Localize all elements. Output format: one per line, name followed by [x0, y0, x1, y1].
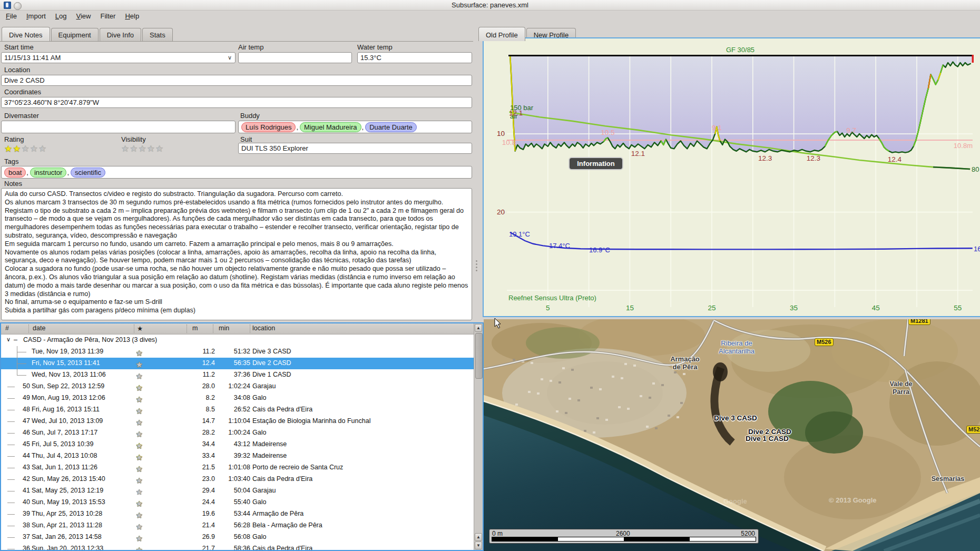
dive-number: 39: [5, 510, 30, 517]
scroll-down-button[interactable]: ▼: [475, 542, 482, 549]
dive-row[interactable]: 47Wed, Jul 10, 2013 13:0914.71:10:04Esta…: [1, 416, 483, 427]
menu-file[interactable]: File: [1, 11, 22, 22]
dive-row[interactable]: 49Mon, Aug 19, 2013 12:068.234:08Galo★★★…: [1, 392, 483, 404]
buddy-field[interactable]: Luís Rodrigues,Miguel Madureira,Duarte D…: [238, 121, 472, 133]
star-filled-icon: ★: [13, 144, 21, 154]
window-titlebar[interactable]: Subsurface: paneves.xml: [0, 0, 980, 11]
svg-text:12.1: 12.1: [631, 150, 645, 158]
menu-log[interactable]: Log: [51, 11, 72, 22]
scroll-up-button[interactable]: ▲: [475, 324, 482, 332]
dive-number: 47: [5, 417, 30, 425]
tag-pill[interactable]: instructor: [30, 168, 66, 178]
dive-row[interactable]: 42Sun, May 26, 2013 15:4023.01:03:40Cais…: [1, 474, 483, 485]
dive-list-header[interactable]: #date★mminlocation: [1, 323, 483, 334]
column-header-★[interactable]: ★: [137, 324, 143, 332]
tab-equipment[interactable]: Equipment: [51, 28, 99, 41]
column-header-date[interactable]: date: [33, 324, 45, 332]
menu-import[interactable]: Import: [22, 11, 51, 22]
buddy-pill[interactable]: Duarte Duarte: [365, 122, 417, 132]
dive-depth: 28.2: [189, 429, 215, 436]
star-empty-icon: ★: [38, 144, 47, 154]
window-menu-icon[interactable]: [14, 2, 22, 10]
location-value: Dive 2 CASD: [4, 76, 45, 84]
suit-field[interactable]: DUI TLS 350 Explorer: [238, 143, 472, 154]
dive-duration: 39:32: [215, 452, 250, 459]
dive-row[interactable]: Fri, Nov 15, 2013 11:4112.456:35Dive 2 C…: [1, 358, 483, 369]
star-empty-icon: ★: [136, 430, 143, 438]
dive-row[interactable]: 46Sun, Jul 7, 2013 17:1728.21:00:24Galo★…: [1, 427, 483, 439]
dive-row[interactable]: 40Sun, May 19, 2013 15:5324.455:40Galo★★…: [1, 497, 483, 508]
column-header-location[interactable]: location: [252, 324, 275, 332]
column-header-num[interactable]: #: [5, 324, 9, 332]
tag-pill[interactable]: scientific: [71, 168, 105, 178]
column-separator: [134, 324, 134, 333]
trip-row[interactable]: ∨–CASD - Armação de Pêra, Nov 2013 (3 di…: [1, 334, 483, 346]
notes-textarea[interactable]: Aula do curso CASD. Transectos c/video e…: [1, 188, 472, 320]
rating-stars[interactable]: ★★★★★: [4, 143, 47, 154]
chevron-down-icon[interactable]: ∨: [228, 54, 232, 61]
dive-number: 50: [5, 382, 30, 390]
dive-row[interactable]: Tue, Nov 19, 2013 11:3911.251:32Dive 3 C…: [1, 346, 483, 358]
tags-label: Tags: [4, 158, 18, 165]
dive-profile-chart[interactable]: GF 30/85102051525354555Reefnet Sensus Ul…: [483, 37, 980, 317]
dive-row[interactable]: Wed, Nov 13, 2013 11:0611.237:36Dive 1 C…: [1, 369, 483, 381]
water-temp-field[interactable]: 15.3°C: [357, 52, 472, 63]
tag-pill[interactable]: boat: [4, 168, 26, 178]
dive-site-map[interactable]: Armaçãode PêraRibeira deAlcantarilhaVale…: [484, 319, 980, 551]
dive-date: Thu, Jul 4, 2013 10:08: [32, 452, 97, 459]
dive-list-scrollbar[interactable]: ▲ ▲ ▼: [474, 323, 483, 550]
divemaster-field[interactable]: [1, 121, 236, 133]
svg-text:80: 80: [972, 165, 979, 173]
dive-row[interactable]: 50Sun, Sep 22, 2013 12:5928.01:02:24Gara…: [1, 381, 483, 392]
dive-row[interactable]: 48Fri, Aug 16, 2013 15:118.526:52Cais da…: [1, 404, 483, 416]
collapse-chevron-icon[interactable]: ∨: [6, 336, 11, 343]
dive-row[interactable]: 36Sun, Jan 20, 2013 12:3321.758:36Cais d…: [1, 543, 483, 551]
dive-row[interactable]: 45Fri, Jul 5, 2013 10:3934.443:12Madeire…: [1, 439, 483, 450]
location-field[interactable]: Dive 2 CASD: [1, 75, 472, 86]
information-tooltip[interactable]: Information: [569, 157, 623, 170]
scale-zero: 0 m: [492, 530, 503, 537]
road-badge: M1281: [908, 319, 930, 325]
dive-row[interactable]: 41Sat, May 25, 2013 12:1929.450:04Garaja…: [1, 485, 483, 497]
window-title: Subsurface: paneves.xml: [452, 1, 528, 9]
dive-row[interactable]: 37Sat, Jan 26, 2013 14:5826.956:08Galo★★…: [1, 532, 483, 543]
dive-row[interactable]: 38Sun, Apr 21, 2013 11:2821.456:28Bela -…: [1, 520, 483, 532]
vertical-splitter-handle[interactable]: [476, 260, 478, 271]
dive-date: Fri, Jul 5, 2013 10:39: [32, 440, 93, 448]
menu-filter[interactable]: Filter: [95, 11, 120, 22]
menu-view[interactable]: View: [72, 11, 96, 22]
air-temp-field[interactable]: [238, 52, 352, 63]
dive-duration: 50:04: [215, 487, 250, 494]
star-empty-icon: ★: [136, 360, 143, 369]
scrollbar-thumb[interactable]: [475, 333, 483, 379]
dive-depth: 8.5: [189, 406, 215, 413]
svg-text:25: 25: [708, 304, 716, 312]
scroll-up-button-bottom[interactable]: ▲: [475, 533, 482, 541]
dive-site-marker-label[interactable]: Dive 1 CASD: [746, 435, 789, 442]
column-header-m[interactable]: m: [192, 324, 198, 332]
star-empty-icon: ★: [130, 144, 138, 154]
dive-row[interactable]: 44Thu, Jul 4, 2013 10:0833.439:32Madeire…: [1, 450, 483, 462]
tab-dive-notes[interactable]: Dive Notes: [2, 27, 50, 41]
tags-field[interactable]: boat,instructor,scientific: [1, 166, 472, 179]
dive-row[interactable]: 39Thu, Apr 25, 2013 10:2819.653:44Armaçã…: [1, 508, 483, 520]
tab-stats[interactable]: Stats: [142, 28, 173, 41]
trip-label: CASD - Armação de Pêra, Nov 2013 (3 dive…: [23, 336, 157, 343]
buddy-pill[interactable]: Luís Rodrigues: [241, 122, 296, 132]
dive-location: Cais da Pedra d'Eira: [252, 406, 312, 413]
dive-site-marker-label[interactable]: Dive 3 CASD: [714, 414, 757, 422]
dive-location: Garajau: [252, 382, 276, 390]
coordinates-field[interactable]: 37°05'23.460"N 8°20'47.879"W: [1, 97, 472, 108]
start-time-combo[interactable]: 11/15/13 11:41 AM ∨: [1, 52, 236, 63]
buddy-pill[interactable]: Miguel Madureira: [300, 122, 361, 132]
tab-dive-info[interactable]: Dive Info: [100, 28, 141, 41]
dive-row[interactable]: 43Sat, Jun 1, 2013 11:2621.51:01:08Porto…: [1, 462, 483, 474]
visibility-stars[interactable]: ★★★★★: [121, 143, 164, 154]
scale-mid: 2600: [616, 530, 630, 537]
tab-old-profile[interactable]: Old Profile: [478, 27, 525, 41]
svg-text:12.3: 12.3: [758, 154, 772, 162]
menu-help[interactable]: Help: [120, 11, 144, 22]
star-empty-icon: ★: [136, 418, 143, 427]
tree-line-horizontal: [17, 375, 26, 376]
column-header-min[interactable]: min: [219, 324, 229, 332]
